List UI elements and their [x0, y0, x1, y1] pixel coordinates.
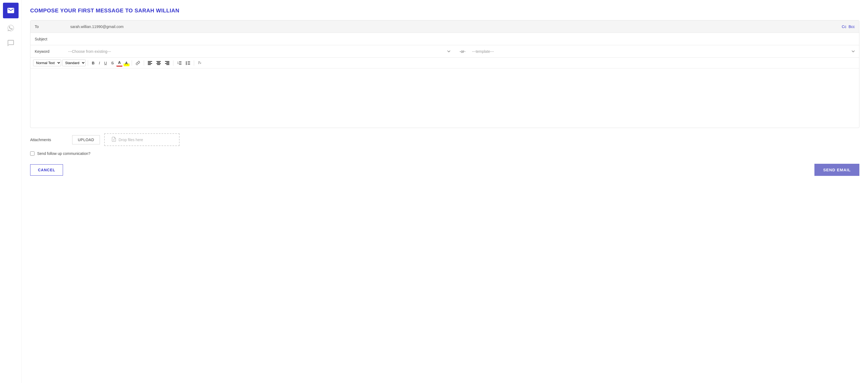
compose-form: To Cc Bcc Subject Keyword ---Choose from…: [30, 20, 859, 128]
sidebar-whatsapp-icon[interactable]: [5, 23, 16, 33]
toolbar-divider-1: [88, 60, 88, 66]
text-style-select[interactable]: Normal Text: [33, 60, 61, 66]
svg-rect-5: [157, 62, 160, 63]
main-content: COMPOSE YOUR FIRST MESSAGE TO SARAH WILL…: [22, 0, 868, 383]
follow-up-row: Send follow up communication?: [30, 151, 859, 156]
svg-rect-11: [166, 64, 169, 65]
attachments-row: Attachments UPLOAD Drop files here: [30, 133, 859, 146]
ordered-list-button[interactable]: 1.: [176, 60, 183, 66]
drop-zone[interactable]: Drop files here: [104, 133, 180, 146]
underline-button[interactable]: U: [102, 60, 108, 66]
svg-rect-4: [156, 61, 161, 62]
bcc-link[interactable]: Bcc: [848, 25, 855, 29]
font-color-button[interactable]: A: [116, 59, 122, 66]
to-actions: Cc Bcc: [842, 25, 859, 29]
subject-input[interactable]: [68, 37, 859, 41]
sidebar-mail-icon[interactable]: [3, 3, 19, 18]
below-form: Attachments UPLOAD Drop files here: [30, 133, 859, 176]
template-select[interactable]: ---template---: [472, 49, 859, 54]
strikethrough-button[interactable]: S: [110, 60, 115, 66]
keyword-row: Keyword ---Choose from existing--- -or- …: [30, 45, 859, 58]
svg-rect-7: [157, 64, 160, 65]
send-email-button[interactable]: SEND EMAIL: [814, 164, 859, 176]
upload-button[interactable]: UPLOAD: [72, 135, 100, 144]
svg-point-18: [186, 64, 187, 65]
align-right-button[interactable]: [163, 60, 171, 66]
svg-rect-20: [188, 63, 190, 63]
subject-row: Subject: [30, 33, 859, 45]
svg-rect-2: [148, 63, 152, 64]
align-left-button[interactable]: [146, 60, 154, 66]
unordered-list-button[interactable]: [184, 60, 192, 66]
toolbar-divider-5: [194, 60, 194, 66]
or-text: -or-: [456, 49, 469, 54]
page-title: COMPOSE YOUR FIRST MESSAGE TO SARAH WILL…: [30, 7, 859, 14]
svg-rect-14: [179, 63, 182, 63]
toolbar-divider-4: [173, 60, 174, 66]
editor-toolbar: Normal Text Standard B I U S A A: [30, 58, 859, 68]
cc-link[interactable]: Cc: [842, 25, 846, 29]
keyword-select-wrapper: ---Choose from existing--- -or- ---templ…: [68, 49, 859, 54]
cancel-button[interactable]: CANCEL: [30, 164, 63, 176]
svg-rect-6: [156, 63, 161, 64]
svg-rect-10: [165, 63, 169, 64]
italic-button[interactable]: I: [97, 60, 101, 66]
follow-up-checkbox[interactable]: [30, 151, 34, 156]
follow-up-label: Send follow up communication?: [37, 151, 90, 156]
sidebar: [0, 0, 22, 383]
svg-rect-8: [165, 61, 169, 62]
editor-body[interactable]: [30, 68, 859, 128]
keyword-select[interactable]: ---Choose from existing---: [68, 49, 453, 54]
drop-zone-icon: [111, 137, 117, 143]
action-buttons-row: CANCEL SEND EMAIL: [30, 164, 859, 176]
font-select[interactable]: Standard: [62, 60, 86, 66]
to-label: To: [30, 25, 68, 29]
svg-point-16: [186, 61, 187, 62]
to-input[interactable]: [68, 25, 842, 29]
keyword-label: Keyword: [30, 49, 68, 54]
svg-rect-1: [148, 62, 151, 63]
clear-format-button[interactable]: Tx: [196, 60, 203, 66]
link-button[interactable]: [134, 60, 142, 66]
svg-rect-3: [148, 64, 151, 65]
font-highlight-button[interactable]: A: [124, 60, 129, 66]
svg-rect-19: [188, 61, 190, 62]
svg-rect-21: [188, 64, 190, 65]
sidebar-chat-icon[interactable]: [5, 38, 16, 49]
svg-rect-0: [148, 61, 152, 62]
svg-rect-13: [179, 61, 182, 62]
attachments-label: Attachments: [30, 138, 68, 142]
subject-label: Subject: [30, 37, 68, 41]
to-row: To Cc Bcc: [30, 21, 859, 33]
toolbar-divider-2: [132, 60, 132, 66]
align-center-button[interactable]: [155, 60, 162, 66]
svg-point-17: [186, 63, 187, 64]
drop-zone-text: Drop files here: [119, 138, 143, 142]
bold-button[interactable]: B: [90, 60, 96, 66]
svg-rect-9: [166, 62, 169, 63]
svg-rect-15: [179, 64, 182, 65]
